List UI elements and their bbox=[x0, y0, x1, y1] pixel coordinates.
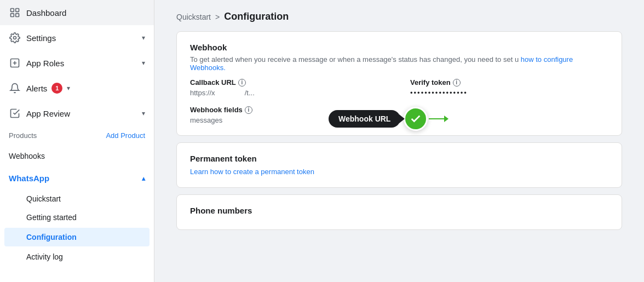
verify-token-label: Verify token i bbox=[410, 78, 608, 87]
sidebar-item-alerts[interactable]: Alerts 1 ▾ bbox=[0, 76, 154, 101]
sidebar-item-webhooks[interactable]: Webhooks bbox=[0, 145, 154, 167]
sidebar-item-app-roles[interactable]: App Roles ▾ bbox=[0, 50, 154, 76]
sidebar: Dashboard Settings ▾ App Roles ▾ bbox=[0, 0, 154, 282]
webhook-card-desc: To get alerted when you receive a messag… bbox=[190, 55, 608, 72]
webhook-arrow bbox=[429, 118, 445, 119]
sidebar-item-whatsapp[interactable]: WhatsApp ▴ bbox=[0, 167, 154, 189]
dashboard-label: Dashboard bbox=[26, 8, 66, 18]
sidebar-item-app-review[interactable]: App Review ▾ bbox=[0, 101, 154, 126]
products-label: Products bbox=[9, 131, 106, 140]
app-roles-icon bbox=[9, 57, 21, 69]
alerts-icon bbox=[9, 82, 21, 94]
breadcrumb: Quickstart > Configuration bbox=[154, 0, 644, 31]
phone-numbers-card: Phone numbers bbox=[176, 194, 622, 230]
verify-token-value: •••••••••••••••• bbox=[410, 89, 608, 97]
products-section-header: Products Add Product bbox=[0, 126, 154, 145]
webhooks-label: Webhooks bbox=[9, 152, 45, 160]
svg-point-4 bbox=[14, 37, 16, 39]
settings-chevron-icon: ▾ bbox=[142, 34, 145, 42]
permanent-token-link[interactable]: Learn how to create a permanent token bbox=[190, 168, 314, 176]
phone-numbers-title: Phone numbers bbox=[190, 206, 608, 215]
callback-url-label: Callback URL i bbox=[190, 78, 388, 87]
alerts-chevron-icon: ▾ bbox=[67, 84, 70, 92]
app-roles-chevron-icon: ▾ bbox=[142, 59, 145, 67]
breadcrumb-current: Configuration bbox=[224, 11, 289, 22]
whatsapp-label: WhatsApp bbox=[9, 174, 49, 183]
sidebar-sub-item-configuration[interactable]: Configuration bbox=[4, 228, 150, 246]
app-roles-label: App Roles bbox=[26, 59, 64, 68]
callback-url-value: https://x /t... bbox=[190, 89, 388, 97]
settings-icon bbox=[9, 32, 21, 44]
webhook-fields-info-icon[interactable]: i bbox=[245, 106, 252, 114]
verify-token-info-icon[interactable]: i bbox=[453, 79, 461, 87]
svg-rect-0 bbox=[11, 9, 14, 12]
add-product-link[interactable]: Add Product bbox=[106, 131, 145, 140]
callback-url-info-icon[interactable]: i bbox=[238, 79, 246, 87]
breadcrumb-separator: > bbox=[215, 13, 220, 21]
permanent-token-title: Permanent token bbox=[190, 154, 608, 163]
breadcrumb-parent[interactable]: Quickstart bbox=[176, 13, 211, 21]
svg-rect-2 bbox=[11, 14, 14, 17]
sidebar-sub-item-getting-started[interactable]: Getting started bbox=[0, 208, 154, 227]
app-review-icon bbox=[9, 107, 21, 119]
sidebar-sub-item-activity-log[interactable]: Activity log bbox=[0, 248, 154, 266]
sidebar-sub-item-quickstart[interactable]: Quickstart bbox=[0, 189, 154, 208]
app-review-label: App Review bbox=[26, 109, 70, 118]
webhook-check-circle bbox=[404, 107, 428, 131]
callback-url-field: Callback URL i https://x /t... bbox=[190, 78, 388, 97]
webhook-url-bubble: Webhook URL bbox=[329, 110, 400, 128]
sidebar-item-dashboard[interactable]: Dashboard bbox=[0, 0, 154, 25]
alerts-label: Alerts bbox=[26, 84, 47, 93]
verify-token-field: Verify token i •••••••••••••••• bbox=[410, 78, 608, 97]
settings-label: Settings bbox=[26, 33, 56, 43]
dashboard-icon bbox=[9, 7, 21, 19]
sidebar-item-settings[interactable]: Settings ▾ bbox=[0, 25, 154, 50]
webhook-fields-row: Callback URL i https://x /t... Verify to… bbox=[190, 78, 608, 97]
webhook-url-tooltip: Webhook URL bbox=[329, 107, 445, 131]
webhook-card-title: Webhook bbox=[190, 43, 608, 52]
main-content: Webhook URL Quickstart > Configuration W… bbox=[154, 0, 644, 282]
app-review-chevron-icon: ▾ bbox=[142, 110, 145, 117]
svg-rect-1 bbox=[16, 9, 19, 12]
whatsapp-chevron-icon: ▴ bbox=[142, 175, 145, 182]
alerts-badge: 1 bbox=[51, 83, 62, 94]
permanent-token-card: Permanent token Learn how to create a pe… bbox=[176, 142, 622, 188]
svg-rect-3 bbox=[16, 14, 19, 17]
